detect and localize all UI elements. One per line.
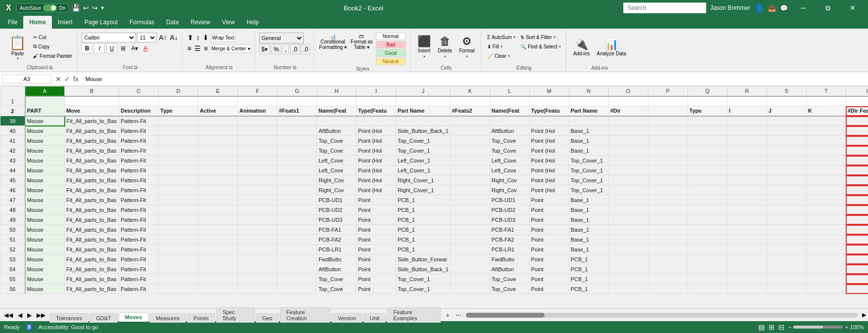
- cell-47-R[interactable]: [727, 195, 767, 205]
- cell-46-C[interactable]: Pattern-Fit: [119, 185, 159, 195]
- sheet-tab-feature-examples[interactable]: Feature Examples: [387, 307, 441, 323]
- cell-41-M[interactable]: Point (Hol: [529, 136, 569, 146]
- cell-42-D[interactable]: [159, 146, 198, 156]
- cell-1-J[interactable]: [396, 96, 451, 106]
- cell-54-H[interactable]: AftButton: [317, 264, 357, 274]
- cell-50-M[interactable]: Point: [529, 225, 569, 235]
- sheet-tab-measures[interactable]: Measures: [149, 313, 186, 323]
- row-num-50[interactable]: 50: [0, 225, 25, 235]
- cell-47-Q[interactable]: [687, 195, 727, 205]
- cell-1-S[interactable]: [767, 96, 806, 106]
- cell-41-K[interactable]: [450, 136, 490, 146]
- zoom-in-icon[interactable]: +: [845, 324, 848, 330]
- cell-41-D[interactable]: [159, 136, 198, 146]
- cell-41-O[interactable]: [608, 136, 648, 146]
- cell-51-B[interactable]: Fit_All_parts_to_Bas: [65, 235, 119, 245]
- col-header-B[interactable]: B: [65, 86, 119, 96]
- cell-45-D[interactable]: [159, 175, 198, 185]
- cell-41-N[interactable]: Base_1: [569, 136, 608, 146]
- cell-51-S[interactable]: [767, 235, 806, 245]
- cell-49-F[interactable]: [238, 215, 277, 225]
- cell-55-L[interactable]: Top_Cove: [490, 274, 529, 284]
- cell-54-E[interactable]: [198, 264, 238, 274]
- cell-52-Q[interactable]: [687, 245, 727, 254]
- cell-50-D[interactable]: [159, 225, 198, 235]
- cell-50-E[interactable]: [198, 225, 238, 235]
- format-button[interactable]: ⚙ Format ▾: [456, 33, 478, 62]
- cell-44-T[interactable]: [806, 166, 846, 175]
- cell-48-C[interactable]: Pattern-Fit: [119, 205, 159, 215]
- cell-44-I[interactable]: Point (Hol: [357, 166, 396, 175]
- cell-55-J[interactable]: Top_Cover_1: [396, 274, 451, 284]
- col-header-J[interactable]: J: [396, 86, 451, 96]
- cell-56-N[interactable]: PCB_1: [569, 284, 608, 294]
- cell-55-D[interactable]: [159, 274, 198, 284]
- cell-48-B[interactable]: Fit_All_parts_to_Bas: [65, 205, 119, 215]
- border-icon[interactable]: ⊞: [119, 44, 128, 53]
- row-num-2[interactable]: 2: [0, 106, 25, 116]
- cell-50-O[interactable]: [608, 225, 648, 235]
- cell-53-E[interactable]: [198, 254, 238, 264]
- cell-46-K[interactable]: [450, 185, 490, 195]
- cell-56-B[interactable]: Fit_All_parts_to_Bas: [65, 284, 119, 294]
- tab-formulas[interactable]: Formulas: [124, 16, 160, 29]
- cell-56-J[interactable]: Top_Cover_1: [396, 284, 451, 294]
- cell-46-M[interactable]: Point (Hol: [529, 185, 569, 195]
- cell-42-L[interactable]: Top_Cove: [490, 146, 529, 156]
- cell-55-R[interactable]: [727, 274, 767, 284]
- minimize-button[interactable]: ─: [792, 0, 815, 16]
- cell-41-B[interactable]: Fit_All_parts_to_Bas: [65, 136, 119, 146]
- cell-49-T[interactable]: [806, 215, 846, 225]
- cell-47-I[interactable]: Point: [357, 195, 396, 205]
- cell-43-U[interactable]: [846, 156, 868, 166]
- search-input[interactable]: [623, 2, 706, 13]
- cell-39-H[interactable]: [317, 116, 357, 126]
- cell-48-A[interactable]: Mouse: [25, 205, 65, 215]
- cell-53-L[interactable]: FwdButto: [490, 254, 529, 264]
- align-left-icon[interactable]: ≡: [186, 43, 192, 53]
- cell-50-S[interactable]: [767, 225, 806, 235]
- cell-43-R[interactable]: [727, 156, 767, 166]
- cell-56-H[interactable]: Top_Cove: [317, 284, 357, 294]
- increase-font-icon[interactable]: A↑: [158, 33, 168, 42]
- cell-53-I[interactable]: Point: [357, 254, 396, 264]
- cell-47-N[interactable]: Base_1: [569, 195, 608, 205]
- comments-icon[interactable]: 💬: [780, 4, 788, 12]
- cell-54-D[interactable]: [159, 264, 198, 274]
- cell-47-L[interactable]: PCB-UD1: [490, 195, 529, 205]
- comma-icon[interactable]: ,: [282, 44, 289, 54]
- cell-56-O[interactable]: [608, 284, 648, 294]
- cell-42-J[interactable]: Top_Cover_1: [396, 146, 451, 156]
- cell-56-L[interactable]: Top_Cove: [490, 284, 529, 294]
- cell-49-G[interactable]: [277, 215, 317, 225]
- align-middle-icon[interactable]: ↕: [195, 33, 201, 42]
- cell-40-C[interactable]: Pattern-Fit: [119, 126, 159, 136]
- save-icon[interactable]: 💾: [72, 4, 80, 12]
- cell-54-O[interactable]: [608, 264, 648, 274]
- cell-41-R[interactable]: [727, 136, 767, 146]
- cell-39-L[interactable]: [490, 116, 529, 126]
- cell-48-E[interactable]: [198, 205, 238, 215]
- cell-48-U[interactable]: [846, 205, 868, 215]
- decrease-font-icon[interactable]: A↓: [169, 33, 179, 42]
- cell-53-T[interactable]: [806, 254, 846, 264]
- cell-56-U[interactable]: [846, 284, 868, 294]
- cell-51-Q[interactable]: [687, 235, 727, 245]
- cell-54-A[interactable]: Mouse: [25, 264, 65, 274]
- cell-52-J[interactable]: PCB_1: [396, 245, 451, 254]
- cell-49-Q[interactable]: [687, 215, 727, 225]
- col-header-S[interactable]: S: [767, 86, 806, 96]
- cell-51-K[interactable]: [450, 235, 490, 245]
- cell-48-L[interactable]: PCB-UD2: [490, 205, 529, 215]
- tab-view[interactable]: View: [216, 16, 241, 29]
- cell-40-R[interactable]: [727, 126, 767, 136]
- cell-49-U[interactable]: [846, 215, 868, 225]
- cell-51-E[interactable]: [198, 235, 238, 245]
- col-header-H[interactable]: H: [317, 86, 357, 96]
- cell-56-C[interactable]: Pattern-Fit: [119, 284, 159, 294]
- next-sheet-icon[interactable]: ▶▶: [35, 311, 47, 320]
- align-bottom-icon[interactable]: ⬇: [202, 33, 210, 42]
- sheet-tab-moves[interactable]: Moves: [119, 312, 148, 323]
- cell-51-L[interactable]: PCB-FA2: [490, 235, 529, 245]
- cell-39-N[interactable]: [569, 116, 608, 126]
